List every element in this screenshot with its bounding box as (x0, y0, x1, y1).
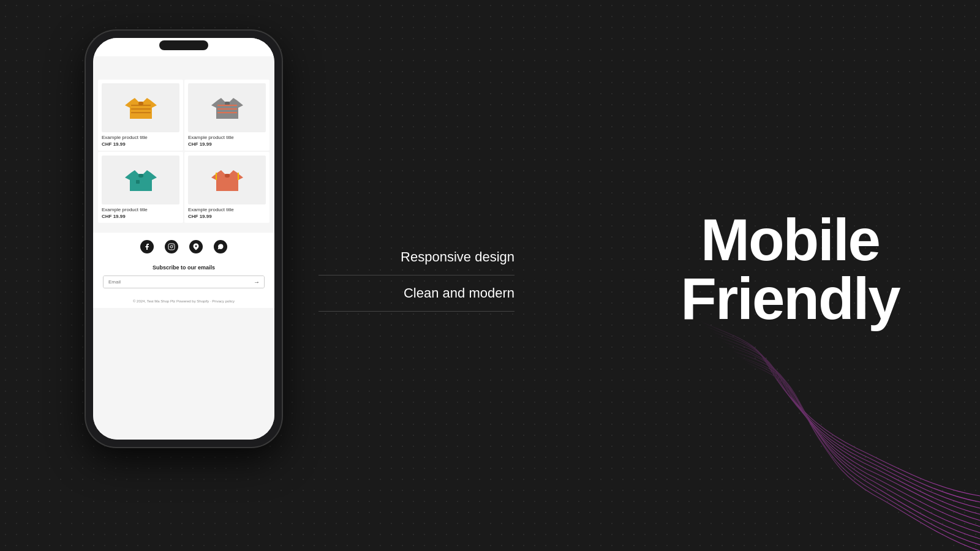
subscribe-section: Subscribe to our emails → (93, 258, 274, 294)
product-image (102, 83, 179, 132)
svg-point-18 (170, 246, 173, 248)
tshirt-gray-icon (211, 92, 243, 124)
phone-footer: © 2024, Test Ma Shop Plz Powered by Shop… (93, 294, 274, 308)
notch (159, 40, 208, 50)
svg-marker-0 (125, 98, 157, 119)
main-heading: Mobile Friendly (637, 211, 943, 328)
feature-label-responsive: Responsive design (401, 249, 514, 265)
svg-marker-10 (125, 170, 157, 191)
product-price: CHF 19.99 (102, 141, 179, 147)
social-icons-row (93, 233, 274, 258)
product-image (102, 156, 179, 204)
email-input-row[interactable]: → (103, 276, 265, 288)
feature-label-clean: Clean and modern (404, 285, 514, 301)
phone-section: Example product title CHF 19.99 (86, 31, 306, 520)
tshirt-teal-icon (125, 164, 157, 196)
product-card: Example product title CHF 19.99 (98, 152, 183, 223)
product-title: Example product title (102, 207, 179, 212)
product-card: Example product title CHF 19.99 (184, 152, 270, 223)
product-price: CHF 19.99 (188, 214, 266, 219)
maps-icon (189, 240, 203, 253)
product-grid: Example product title CHF 19.99 (93, 75, 274, 228)
email-input[interactable] (104, 276, 249, 288)
product-title: Example product title (188, 135, 266, 140)
features-section: Responsive design Clean and modern (318, 239, 514, 312)
heading-line2: Friendly (680, 266, 899, 331)
product-image (188, 83, 266, 132)
svg-rect-17 (168, 244, 175, 250)
tshirt-coral-icon (211, 164, 243, 196)
whatsapp-icon (214, 240, 227, 253)
email-submit-button[interactable]: → (249, 276, 264, 288)
svg-point-20 (195, 246, 197, 247)
product-price: CHF 19.99 (102, 214, 179, 219)
svg-rect-1 (138, 102, 143, 105)
feature-item-clean: Clean and modern (318, 276, 514, 312)
instagram-icon (165, 240, 178, 253)
product-card: Example product title CHF 19.99 (184, 80, 270, 151)
status-bar (93, 38, 274, 56)
tshirt-orange-icon (125, 92, 157, 124)
phone-screen: Example product title CHF 19.99 (93, 38, 274, 440)
product-image (188, 156, 266, 204)
facebook-icon (140, 240, 154, 253)
product-title: Example product title (102, 135, 179, 140)
screen-content: Example product title CHF 19.99 (93, 38, 274, 440)
svg-rect-11 (138, 174, 143, 178)
phone-frame: Example product title CHF 19.99 (86, 31, 282, 447)
product-card: Example product title CHF 19.99 (98, 80, 183, 151)
svg-point-19 (173, 245, 174, 246)
svg-rect-14 (225, 174, 230, 178)
subscribe-title: Subscribe to our emails (103, 264, 265, 271)
right-section: Mobile Friendly (637, 211, 943, 340)
svg-rect-12 (136, 180, 140, 184)
heading-line1: Mobile (701, 207, 880, 272)
feature-item-responsive: Responsive design (318, 239, 514, 276)
product-title: Example product title (188, 207, 266, 212)
product-price: CHF 19.99 (188, 141, 266, 147)
